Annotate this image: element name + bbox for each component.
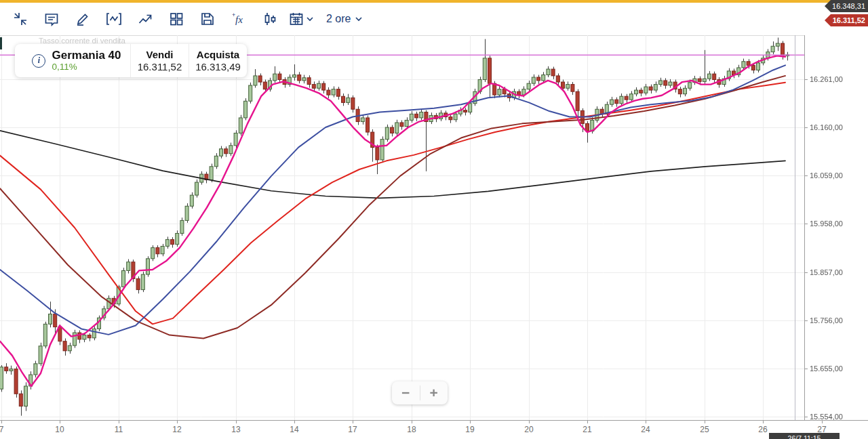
- pencil-icon: [75, 11, 91, 27]
- date-axis-label: 7: [0, 425, 3, 434]
- layout-grid-icon: [168, 11, 184, 27]
- price-tick: [805, 272, 808, 273]
- save-button[interactable]: [194, 7, 221, 31]
- calendar-button[interactable]: [288, 7, 315, 31]
- date-axis-label: 19: [465, 425, 474, 434]
- date-axis-label: 25: [700, 425, 709, 434]
- date-tick: [470, 421, 471, 423]
- date-tick: [705, 421, 705, 423]
- layout-button[interactable]: [163, 7, 190, 31]
- date-axis-label: 14: [290, 425, 298, 434]
- date-axis-label: 20: [524, 425, 533, 434]
- price-axis-label: 15.756,00: [810, 316, 843, 325]
- timeframe-label: 2 ore: [326, 13, 351, 25]
- chevron-down-icon: [306, 16, 314, 22]
- instrument-card: i Germania 40 0,11% Vendi 16.311,52 Acqu…: [15, 44, 247, 77]
- crosshair-vertical-line: [795, 35, 795, 420]
- current-price-tag: 16.311,52: [825, 14, 868, 26]
- fit-screen-button[interactable]: [7, 7, 34, 31]
- date-axis-label: 27: [817, 425, 826, 434]
- save-icon: [199, 11, 216, 27]
- chevron-down-icon: [355, 16, 363, 22]
- date-axis-label: 21: [583, 425, 591, 434]
- price-axis-label: 16.261,00: [810, 75, 843, 83]
- date-tick: [529, 421, 530, 423]
- date-axis-label: 18: [407, 425, 416, 434]
- date-axis-label: 10: [55, 425, 64, 434]
- notes-button[interactable]: [38, 7, 65, 31]
- buy-label: Acquista: [197, 49, 239, 61]
- price-axis-label: 15.857,00: [810, 268, 843, 276]
- price-axis-label: 16.059,00: [810, 171, 843, 180]
- date-axis-label: 13: [231, 425, 240, 434]
- date-tick: [119, 421, 119, 423]
- date-tick: [177, 421, 178, 423]
- trading-platform: + fx 2 ore: [0, 0, 868, 439]
- indicator-button[interactable]: [100, 7, 127, 31]
- date-tick: [353, 421, 353, 423]
- zoom-controls: − +: [392, 381, 448, 404]
- price-tick: [805, 417, 808, 417]
- chart-area[interactable]: Tasso corrente di vendita i Germania 40 …: [0, 35, 804, 420]
- sell-rate-watermark: Tasso corrente di vendita: [39, 37, 125, 45]
- price-tick: [805, 320, 808, 321]
- fit-screen-icon: [12, 11, 28, 27]
- sell-label: Vendi: [146, 49, 173, 61]
- high-price-tag: 16.348,31: [825, 0, 868, 12]
- date-axis-label: 12: [172, 425, 181, 434]
- price-axis-label: 16.160,00: [810, 123, 843, 131]
- info-icon[interactable]: i: [32, 54, 45, 68]
- date-tick: [763, 421, 764, 423]
- clipped-left-tag: [0, 37, 2, 49]
- fx-button[interactable]: + fx: [225, 7, 252, 31]
- chart-toolbar: + fx 2 ore: [0, 3, 868, 36]
- instrument-name: Germania 40: [52, 49, 121, 62]
- price-tick: [805, 224, 808, 224]
- price-axis[interactable]: 16.261,0016.160,0016.059,0015.958,0015.8…: [804, 35, 868, 420]
- date-axis-label: 26: [758, 425, 767, 434]
- svg-text:fx: fx: [235, 14, 243, 25]
- date-tick: [412, 421, 412, 423]
- buy-quote-button[interactable]: Acquista 16.313,49: [189, 44, 247, 77]
- crosshair-time-tag: 26/7 11:15: [769, 433, 840, 439]
- time-axis[interactable]: 26/7 11:15 71011121314171819202124252627: [0, 420, 868, 439]
- calendar-icon: [288, 11, 304, 27]
- instrument-change: 0,11%: [52, 62, 121, 72]
- price-tick: [805, 369, 808, 369]
- indicator-icon: [105, 11, 123, 27]
- price-tick: [805, 127, 808, 128]
- trend-button[interactable]: [132, 7, 159, 31]
- buy-value: 16.313,49: [195, 61, 241, 73]
- date-tick: [822, 421, 823, 423]
- price-axis-label: 15.958,00: [810, 220, 843, 228]
- trend-icon: [137, 11, 153, 27]
- price-tick: [805, 175, 808, 176]
- draw-button[interactable]: [69, 7, 96, 31]
- candlestick-chart-canvas[interactable]: [0, 35, 804, 420]
- date-axis-label: 17: [348, 425, 357, 434]
- date-axis-label: 11: [115, 425, 123, 434]
- timeframe-selector[interactable]: 2 ore: [326, 13, 363, 25]
- zoom-out-button[interactable]: −: [392, 381, 420, 404]
- date-tick: [646, 421, 646, 423]
- notes-icon: [43, 11, 60, 27]
- date-tick: [294, 421, 295, 423]
- chart-type-button[interactable]: [256, 7, 283, 31]
- instrument-info: i Germania 40 0,11%: [15, 44, 130, 77]
- sell-quote-button[interactable]: Vendi 16.311,52: [130, 44, 189, 77]
- price-axis-label: 15.655,00: [810, 364, 843, 373]
- date-tick: [236, 421, 237, 423]
- price-tick: [805, 79, 808, 80]
- fx-icon: + fx: [230, 11, 248, 27]
- date-tick: [587, 421, 588, 423]
- date-tick: [60, 421, 60, 423]
- candlestick-icon: [262, 11, 278, 27]
- zoom-in-button[interactable]: +: [420, 381, 448, 404]
- sell-value: 16.311,52: [138, 61, 182, 73]
- date-tick: [1, 421, 2, 423]
- date-axis-label: 24: [641, 425, 650, 434]
